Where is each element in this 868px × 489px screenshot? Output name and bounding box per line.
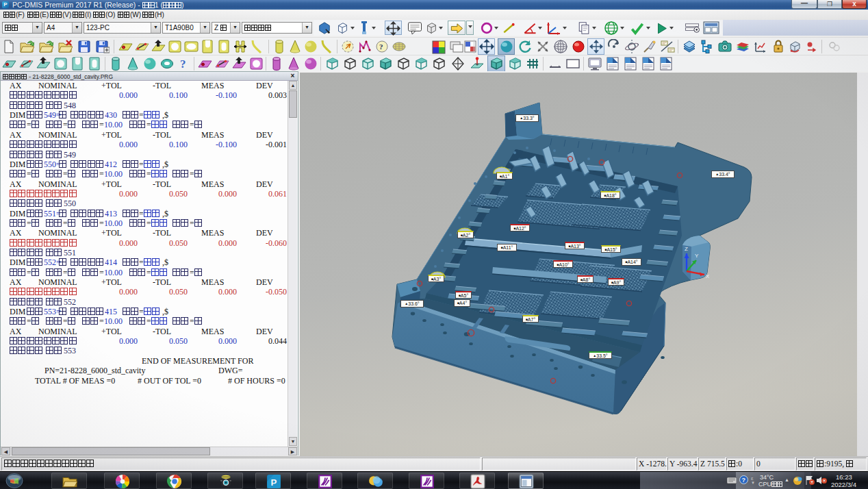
svg-text:?: ? bbox=[379, 42, 383, 51]
svg-text:?: ? bbox=[180, 58, 186, 71]
svg-text:X: X bbox=[706, 273, 710, 279]
svg-text:Y: Y bbox=[695, 253, 699, 259]
svg-text:?: ? bbox=[742, 477, 746, 484]
svg-text:Z: Z bbox=[685, 246, 688, 252]
svg-text:P: P bbox=[271, 477, 277, 488]
